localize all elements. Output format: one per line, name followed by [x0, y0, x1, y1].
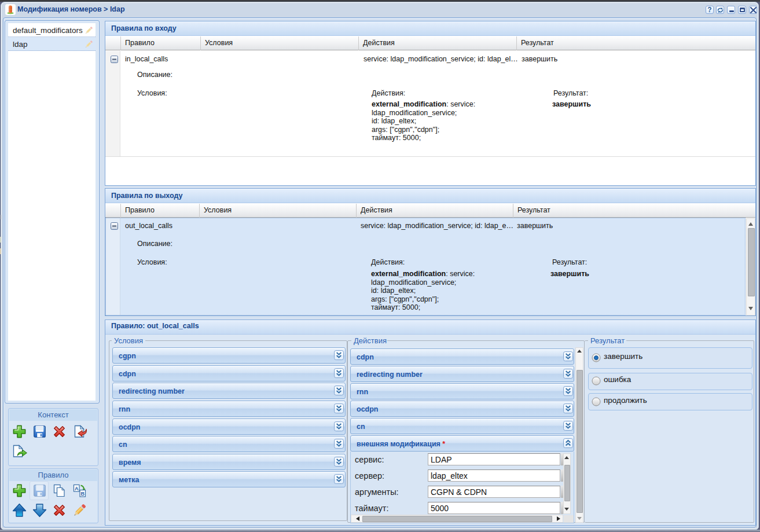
svg-text:A: A: [74, 486, 78, 491]
svg-text:B: B: [80, 491, 85, 497]
